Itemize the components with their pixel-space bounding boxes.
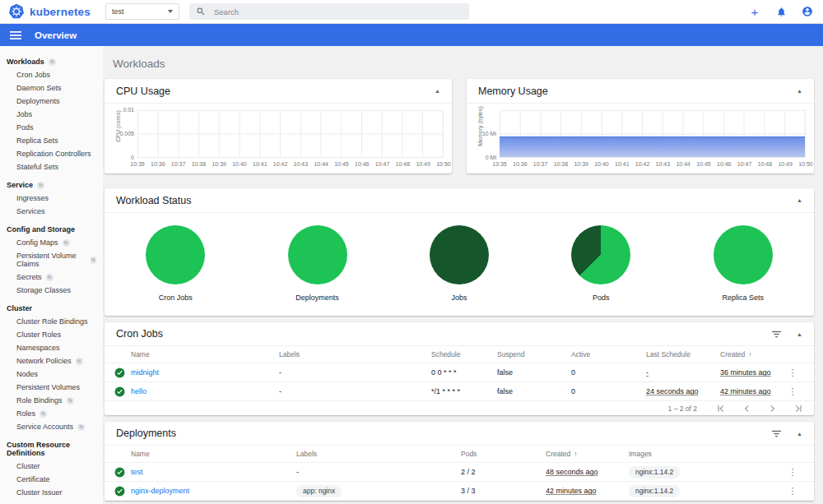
sidebar-item[interactable]: Cluster Issuer N (0, 486, 103, 499)
sidebar-item[interactable]: Storage Classes N (0, 284, 103, 297)
resource-name-link[interactable]: midnight (131, 368, 279, 377)
created-link[interactable]: 42 minutes ago (720, 387, 781, 395)
sidebar-item[interactable]: Deployments N (0, 95, 103, 108)
kubernetes-logo[interactable]: kubernetes (0, 3, 103, 20)
sidebar-item[interactable]: Replica Sets N (0, 134, 103, 147)
sidebar-item-label: Services (16, 207, 45, 215)
sidebar-item[interactable]: Cron Jobs N (0, 68, 103, 81)
sidebar-item[interactable]: Network Policies N (0, 354, 103, 368)
resource-name-link[interactable]: nginx-deployment (131, 487, 296, 495)
column-header[interactable]: Pods (461, 450, 546, 458)
namespace-selector[interactable]: test (105, 3, 179, 20)
create-resource-button[interactable]: + (747, 4, 762, 19)
first-page-icon[interactable] (717, 404, 726, 414)
namespaced-badge: N (77, 423, 85, 431)
x-tick: 10:41 (612, 161, 632, 167)
column-header[interactable]: Labels (279, 350, 431, 358)
sidebar-item[interactable]: Cluster Roles N (0, 328, 103, 341)
sidebar-item[interactable]: Roles N (0, 407, 103, 420)
last-schedule-link[interactable]: 24 seconds ago (646, 387, 720, 395)
collapse-icon[interactable]: ▲ (797, 331, 802, 337)
resource-name-link[interactable]: hello (131, 387, 279, 395)
next-page-icon[interactable] (768, 404, 777, 414)
namespaced-badge: N (91, 257, 96, 264)
sidebar-item[interactable]: Workloads N (0, 55, 103, 68)
collapse-icon[interactable]: ▲ (797, 197, 802, 203)
pie-label: Cron Jobs (159, 294, 193, 302)
sidebar-item[interactable]: Nodes N (0, 368, 103, 381)
sidebar-item[interactable]: Cluster N (0, 460, 103, 473)
account-button[interactable] (800, 4, 815, 19)
column-header[interactable]: Labels (296, 450, 461, 458)
column-header[interactable]: Active (571, 350, 646, 358)
brand-text: kubernetes (30, 6, 91, 18)
sidebar-item[interactable]: Persistent Volumes N (0, 381, 103, 394)
sidebar-item[interactable]: Services N (0, 205, 103, 218)
search-bar[interactable] (189, 3, 469, 20)
last-schedule-link[interactable]: - (646, 368, 720, 377)
namespaced-badge: N (46, 274, 53, 281)
sidebar-item[interactable]: Service Accounts N (0, 420, 103, 433)
sidebar-item[interactable]: Daemon Sets N (0, 81, 103, 95)
sidebar-item[interactable]: Namespaces N (0, 341, 103, 354)
table-row: nginx-deployment app: nginx 3 / 3 42 min… (105, 482, 814, 501)
x-tick: 10:36 (510, 161, 530, 167)
notifications-button[interactable] (774, 4, 788, 19)
sidebar-item-label: Roles (16, 409, 35, 418)
y-tick: 10 Mi (472, 131, 496, 136)
sidebar-item[interactable]: Custom Resource Definitions N (0, 438, 103, 460)
x-tick: 10:38 (551, 161, 570, 167)
sidebar-item[interactable]: Persistent Volume Claims N (0, 249, 103, 270)
cron-jobs-pagination: 1 – 2 of 2 (105, 401, 814, 415)
menu-button[interactable] (10, 30, 21, 40)
sidebar-item[interactable]: Role Bindings N (0, 394, 103, 407)
column-header[interactable]: Last Schedule (646, 350, 720, 358)
filter-icon[interactable] (771, 428, 782, 439)
sidebar-item[interactable]: Config Maps N (0, 236, 103, 249)
sidebar-item[interactable]: Stateful Sets N (0, 160, 103, 173)
sidebar-item[interactable]: Config and Storage N (0, 223, 103, 236)
created-link[interactable]: 48 seconds ago (546, 468, 629, 476)
created-link[interactable]: 42 minutes ago (546, 487, 629, 495)
sidebar-item[interactable]: Certificate N (0, 473, 103, 486)
search-input[interactable] (214, 7, 463, 16)
sidebar-item[interactable]: Ingresses N (0, 192, 103, 205)
sidebar-item[interactable]: Replication Controllers N (0, 147, 103, 160)
sidebar-item[interactable]: Cluster N (0, 302, 103, 315)
sidebar-item-label: Cron Jobs (16, 71, 50, 79)
column-header[interactable]: Schedule (431, 350, 497, 358)
row-menu-icon[interactable]: ⋮ (781, 486, 804, 497)
pie-chart (430, 225, 489, 284)
sidebar-item[interactable]: Service N (0, 178, 103, 192)
sidebar-item[interactable]: Secrets N (0, 270, 103, 284)
pie-label: Deployments (295, 294, 339, 302)
x-tick: 10:49 (413, 161, 433, 167)
column-header[interactable]: Suspend (497, 350, 571, 358)
sidebar-item[interactable]: Cluster Role Bindings N (0, 315, 103, 328)
column-header[interactable]: Created ↑ (720, 350, 781, 358)
cpu-plot-area (137, 110, 444, 158)
column-header[interactable]: Name (131, 450, 296, 458)
row-menu-icon[interactable]: ⋮ (781, 368, 804, 378)
collapse-icon[interactable]: ▲ (797, 431, 802, 437)
last-page-icon[interactable] (793, 404, 802, 414)
x-tick: 10:41 (250, 161, 270, 167)
sidebar-item-label: Replica Sets (16, 136, 58, 145)
filter-icon[interactable] (771, 329, 782, 340)
collapse-icon[interactable]: ▲ (797, 88, 802, 94)
image-chip: nginx:1.14.2 (629, 466, 680, 479)
column-header[interactable]: Name (131, 350, 279, 358)
pie-label: Jobs (451, 294, 467, 302)
created-link[interactable]: 36 minutes ago (720, 368, 781, 377)
previous-page-icon[interactable] (742, 404, 751, 414)
schedule-cell: */1 * * * * (431, 387, 497, 395)
column-header[interactable]: Created ↑ (546, 450, 629, 458)
status-pie: Deployments (264, 225, 371, 302)
resource-name-link[interactable]: test (131, 468, 296, 476)
column-header[interactable]: Images (629, 450, 781, 458)
sidebar-item[interactable]: Pods N (0, 121, 103, 134)
row-menu-icon[interactable]: ⋮ (781, 467, 804, 478)
collapse-icon[interactable]: ▲ (435, 88, 440, 94)
row-menu-icon[interactable]: ⋮ (781, 386, 804, 397)
sidebar-item[interactable]: Jobs N (0, 108, 103, 121)
